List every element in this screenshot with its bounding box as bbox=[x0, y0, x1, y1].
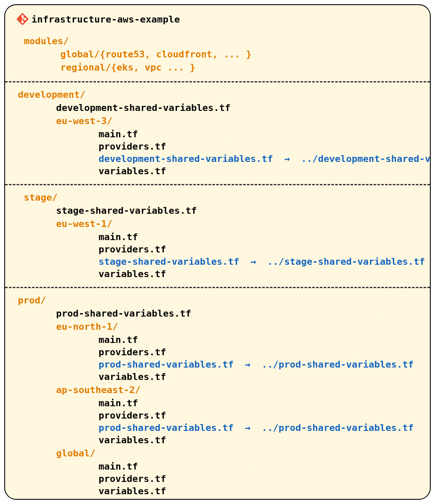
symlink-prod-shared-vars: prod-shared-variables.tf → ../prod-share… bbox=[18, 359, 417, 370]
repo-card: infrastructure-aws-example modules/ glob… bbox=[4, 4, 431, 500]
symlink-dev-shared-vars: development-shared-variables.tf → ../dev… bbox=[18, 153, 417, 164]
symlink-stage-shared-vars: stage-shared-variables.tf → ../stage-sha… bbox=[18, 256, 417, 267]
file-main-tf: main.tf bbox=[18, 232, 417, 242]
modules-regional-line: regional/{eks, vpc ... } bbox=[18, 62, 417, 73]
file-main-tf: main.tf bbox=[18, 398, 417, 408]
repo-title: infrastructure-aws-example bbox=[31, 14, 180, 25]
file-main-tf: main.tf bbox=[18, 129, 417, 139]
file-variables-tf: variables.tf bbox=[18, 269, 417, 279]
dir-global: global/ bbox=[18, 448, 417, 459]
file-main-tf: main.tf bbox=[18, 334, 417, 345]
svg-point-5 bbox=[24, 18, 26, 20]
svg-point-3 bbox=[22, 15, 23, 17]
dir-eu-west-3: eu-west-3/ bbox=[18, 116, 417, 126]
dir-development: development/ bbox=[18, 89, 417, 100]
dir-eu-north-1: eu-north-1/ bbox=[18, 321, 417, 332]
modules-global-line: global/{route53, cloudfront, ... } bbox=[18, 49, 417, 59]
file-providers-tf: providers.tf bbox=[18, 473, 417, 484]
section-modules: modules/ global/{route53, cloudfront, ..… bbox=[5, 29, 430, 81]
dir-stage: stage/ bbox=[18, 192, 417, 203]
file-variables-tf: variables.tf bbox=[18, 486, 417, 496]
file-stage-shared-vars: stage-shared-variables.tf bbox=[18, 205, 417, 216]
dir-prod: prod/ bbox=[18, 295, 417, 306]
file-dev-shared-vars: development-shared-variables.tf bbox=[18, 102, 417, 113]
file-providers-tf: providers.tf bbox=[18, 347, 417, 357]
repo-header: infrastructure-aws-example bbox=[5, 5, 430, 29]
file-variables-tf: variables.tf bbox=[18, 166, 417, 176]
file-prod-shared-vars: prod-shared-variables.tf bbox=[18, 308, 417, 319]
section-development: development/ development-shared-variable… bbox=[5, 82, 430, 184]
file-providers-tf: providers.tf bbox=[18, 244, 417, 255]
section-prod: prod/ prod-shared-variables.tf eu-north-… bbox=[5, 288, 430, 500]
file-variables-tf: variables.tf bbox=[18, 371, 417, 382]
file-providers-tf: providers.tf bbox=[18, 410, 417, 421]
symlink-prod-shared-vars: prod-shared-variables.tf → ../prod-share… bbox=[18, 422, 417, 433]
svg-point-4 bbox=[22, 21, 23, 23]
file-main-tf: main.tf bbox=[18, 461, 417, 472]
section-stage: stage/ stage-shared-variables.tf eu-west… bbox=[5, 185, 430, 287]
dir-eu-west-1: eu-west-1/ bbox=[18, 218, 417, 229]
file-variables-tf: variables.tf bbox=[18, 435, 417, 445]
dir-modules: modules/ bbox=[18, 36, 417, 46]
git-icon bbox=[16, 13, 29, 25]
dir-ap-southeast-2: ap-southeast-2/ bbox=[18, 385, 417, 395]
file-providers-tf: providers.tf bbox=[18, 141, 417, 152]
